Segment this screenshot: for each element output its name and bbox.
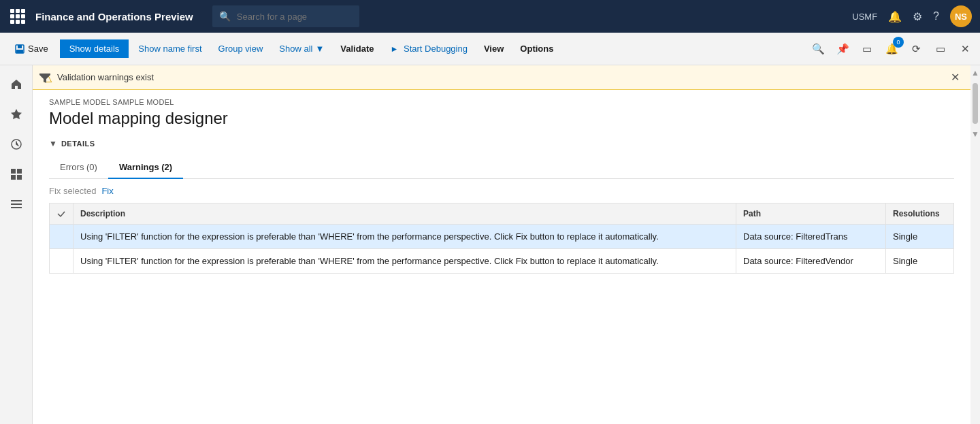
filter-icon[interactable]: [38, 71, 52, 86]
open-external-icon[interactable]: ▭: [931, 39, 950, 59]
sidebar: [0, 65, 33, 424]
notifications-icon[interactable]: 🔔: [888, 10, 902, 23]
save-button[interactable]: Save: [5, 39, 57, 59]
table-toolbar: Fix selected Fix: [49, 179, 954, 203]
action-bar: Save Show details Show name first Group …: [0, 33, 980, 65]
start-debugging-button[interactable]: ► Start Debugging: [383, 39, 474, 58]
chevron-down-icon: ▼: [315, 44, 324, 54]
save-icon: [14, 44, 25, 54]
table-row[interactable]: Using 'FILTER' function for the expressi…: [50, 225, 954, 249]
col-path: Path: [736, 203, 886, 225]
notifications-action-icon[interactable]: 🔔 0: [882, 39, 901, 59]
details-section-header[interactable]: ▼ DETAILS: [49, 139, 954, 148]
main-layout: △ Validation warnings exist ✕ SAMPLE MOD…: [0, 65, 980, 424]
warnings-table: Description Path Resolutions Using 'FILT…: [49, 203, 954, 274]
col-resolutions: Resolutions: [886, 203, 954, 225]
fix-button[interactable]: Fix: [101, 186, 113, 196]
tab-errors[interactable]: Errors (0): [49, 157, 108, 179]
warning-text: Validation warnings exist: [57, 72, 154, 82]
settings-icon[interactable]: ⚙: [913, 10, 922, 23]
col-check: [50, 203, 74, 225]
search-input[interactable]: [212, 5, 359, 27]
close-icon[interactable]: ✕: [956, 39, 975, 59]
collapse-icon: ▼: [49, 139, 57, 148]
scroll-thumb[interactable]: [973, 83, 978, 124]
col-description: Description: [74, 203, 736, 225]
sidebar-workspaces-icon[interactable]: [3, 161, 30, 188]
sidebar-recent-icon[interactable]: [3, 131, 30, 158]
top-navbar: Finance and Operations Preview 🔍 USMF 🔔 …: [0, 0, 980, 33]
svg-rect-4: [11, 169, 16, 174]
fix-selected-button: Fix selected: [49, 186, 96, 196]
group-view-button[interactable]: Group view: [212, 39, 270, 58]
grid-icon: [10, 9, 25, 24]
debug-icon: ►: [390, 44, 398, 54]
row-check-2: [50, 249, 74, 274]
svg-rect-6: [11, 175, 16, 180]
refresh-icon[interactable]: ⟳: [906, 39, 926, 59]
search-action-icon[interactable]: 🔍: [808, 39, 828, 59]
pin-icon[interactable]: 📌: [833, 39, 852, 59]
svg-rect-10: [11, 207, 22, 208]
help-icon[interactable]: ?: [933, 10, 939, 22]
validate-button[interactable]: Validate: [333, 39, 380, 58]
row-path-2: Data source: FilteredVendor: [736, 249, 886, 274]
sidebar-home-icon[interactable]: [3, 71, 30, 98]
show-name-first-button[interactable]: Show name first: [131, 39, 208, 58]
options-button[interactable]: Options: [513, 39, 560, 58]
breadcrumb: SAMPLE MODEL SAMPLE MODEL: [49, 98, 954, 106]
svg-rect-9: [11, 203, 22, 205]
scrollbar[interactable]: ▲ ▼: [970, 65, 980, 424]
svg-rect-7: [17, 175, 22, 180]
svg-rect-8: [11, 200, 22, 201]
row-check-1: [50, 225, 74, 249]
page-content: SAMPLE MODEL SAMPLE MODEL Model mapping …: [33, 90, 970, 290]
row-resolutions-2: Single: [886, 249, 954, 274]
sidebar-list-icon[interactable]: [3, 191, 30, 218]
sidebar-favorites-icon[interactable]: [3, 101, 30, 128]
expand-panel-icon[interactable]: ▭: [858, 39, 877, 59]
tab-warnings[interactable]: Warnings (2): [108, 157, 183, 179]
tabs: Errors (0) Warnings (2): [49, 157, 954, 179]
page-title: Model mapping designer: [49, 109, 954, 128]
table-row[interactable]: Using 'FILTER' function for the expressi…: [50, 249, 954, 274]
top-nav-right: USMF 🔔 ⚙ ? NS: [852, 5, 972, 27]
row-description-2: Using 'FILTER' function for the expressi…: [74, 249, 736, 274]
row-resolutions-1: Single: [886, 225, 954, 249]
main-content: △ Validation warnings exist ✕ SAMPLE MOD…: [33, 65, 970, 424]
search-wrapper: 🔍: [212, 5, 607, 27]
svg-rect-5: [17, 169, 22, 174]
search-icon: 🔍: [219, 11, 231, 22]
svg-rect-1: [18, 45, 22, 48]
show-all-button[interactable]: Show all ▼: [272, 39, 331, 58]
details-label: DETAILS: [61, 140, 95, 148]
show-details-button[interactable]: Show details: [60, 39, 129, 58]
apps-grid-button[interactable]: [8, 7, 27, 26]
warning-banner: △ Validation warnings exist ✕: [33, 65, 970, 90]
row-description-1: Using 'FILTER' function for the expressi…: [74, 225, 736, 249]
svg-rect-2: [16, 50, 23, 53]
company-label: USMF: [852, 12, 877, 22]
notification-badge: 0: [893, 37, 904, 48]
action-bar-right: 🔍 📌 ▭ 🔔 0 ⟳ ▭ ✕: [808, 39, 975, 59]
avatar[interactable]: NS: [950, 5, 972, 27]
warning-close-button[interactable]: ✕: [951, 71, 960, 84]
app-title: Finance and Operations Preview: [35, 11, 193, 22]
view-button[interactable]: View: [477, 39, 510, 58]
row-path-1: Data source: FilteredTrans: [736, 225, 886, 249]
